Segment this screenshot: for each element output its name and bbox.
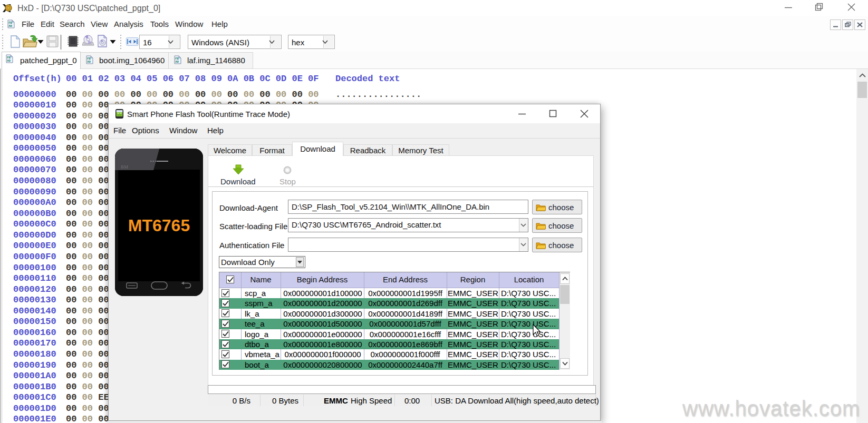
svg-text:AO: AO [175, 60, 179, 64]
svg-text:AO: AO [8, 24, 12, 28]
svg-text:BM: BM [121, 164, 128, 170]
svg-text:AO: AO [7, 59, 11, 63]
svg-text:AO: AO [87, 60, 91, 64]
